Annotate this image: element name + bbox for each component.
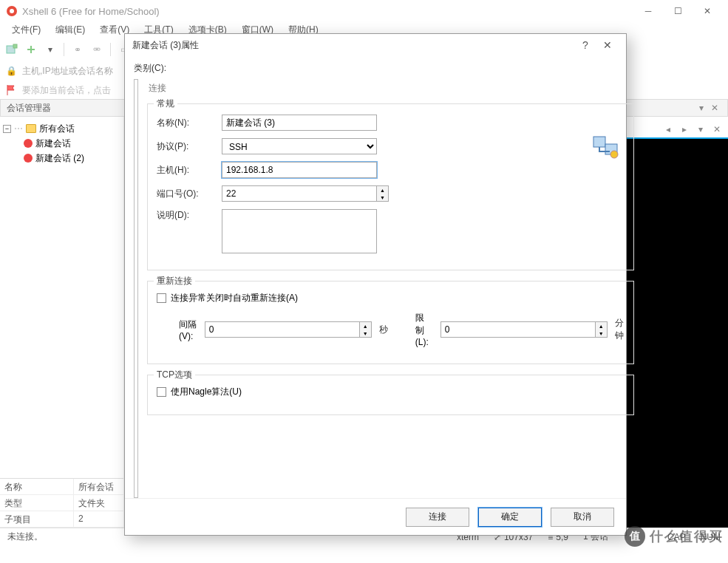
- tab-close-icon[interactable]: ✕: [709, 121, 725, 137]
- spin-down-icon[interactable]: ▼: [377, 194, 388, 201]
- connect-button[interactable]: 连接: [406, 508, 469, 527]
- expand-icon[interactable]: -: [137, 441, 138, 449]
- category-node[interactable]: -⋯终端: [136, 275, 137, 290]
- expand-icon[interactable]: -: [137, 338, 138, 346]
- category-node[interactable]: ⋯窗口: [136, 349, 138, 364]
- limit-stepper[interactable]: ▲▼: [440, 321, 608, 338]
- form-area: 连接 常规 名称(N): 协议(P): SSH 主机(H):: [147, 79, 634, 498]
- watermark-text: 什么值得买: [650, 528, 724, 545]
- close-button[interactable]: ✕: [693, 0, 722, 22]
- tab-next-icon[interactable]: ▸: [676, 121, 693, 137]
- category-node[interactable]: ⋯日志记录: [136, 423, 138, 437]
- category-node[interactable]: -⋯连接: [136, 83, 137, 98]
- category-node[interactable]: ⋯X/YMODEM: [136, 452, 138, 467]
- status-connection: 未连接。: [7, 530, 43, 543]
- session-manager-title: 会话管理器: [7, 102, 51, 115]
- address-placeholder[interactable]: 主机,IP地址或会话名称: [22, 65, 113, 78]
- category-node[interactable]: ⋯跟踪: [136, 393, 138, 408]
- fieldset-tcp: TCP选项 使用Nagle算法(U): [147, 375, 634, 415]
- category-node[interactable]: ⋯ZMODEM: [136, 467, 138, 482]
- category-node[interactable]: -⋯高级: [136, 378, 137, 393]
- category-node[interactable]: ⋯隧道: [136, 171, 138, 186]
- window-title: Xshell 6 (Free for Home/School): [22, 6, 633, 17]
- menu-file[interactable]: 文件(F): [4, 22, 48, 38]
- connection-icon: [592, 132, 619, 159]
- bookmark-hint: 要添加当前会话，点击: [22, 84, 111, 97]
- watermark-badge: 值: [625, 526, 645, 547]
- titlebar: Xshell 6 (Free for Home/School) ─ ☐ ✕: [0, 0, 728, 22]
- panel-dropdown-icon[interactable]: ▾: [695, 103, 708, 113]
- nagle-checkbox[interactable]: 使用Nagle算法(U): [157, 386, 242, 398]
- category-node[interactable]: ⋯高级: [136, 319, 138, 334]
- category-node[interactable]: -⋯外观: [136, 334, 137, 349]
- svg-point-1: [10, 9, 14, 13]
- collapse-icon[interactable]: −: [3, 125, 11, 133]
- dialog-help-button[interactable]: ?: [574, 34, 596, 56]
- folder-icon: [26, 124, 36, 133]
- category-node[interactable]: ⋯VT 模式: [136, 304, 138, 319]
- description-input[interactable]: [222, 209, 377, 253]
- expand-icon[interactable]: -: [137, 382, 138, 390]
- category-node[interactable]: ⋯RLOGIN: [136, 216, 138, 231]
- flag-icon: [6, 84, 18, 96]
- category-node[interactable]: ⋯代理: [136, 245, 138, 260]
- session-manager: − ⋯ 所有会话 新建会话 新建会话 (2) 名称所有会话 类型文件夹 子项目2: [0, 117, 124, 528]
- session-item[interactable]: 新建会话 (2): [3, 151, 120, 166]
- expand-icon[interactable]: -: [137, 86, 138, 95]
- protocol-select[interactable]: SSH: [222, 138, 377, 154]
- session-icon: [24, 154, 33, 163]
- spin-up-icon[interactable]: ▲: [377, 186, 388, 194]
- tab-menu-icon[interactable]: ▾: [693, 121, 709, 137]
- category-node[interactable]: ⋯突出: [136, 364, 138, 378]
- category-node[interactable]: -⋯SSH: [136, 142, 138, 157]
- name-input[interactable]: [222, 115, 377, 131]
- unlink-icon[interactable]: ⚮: [89, 42, 104, 57]
- category-node[interactable]: ⋯保持活动状态: [136, 260, 138, 275]
- ok-button[interactable]: 确定: [478, 508, 542, 527]
- host-input[interactable]: [222, 162, 377, 178]
- category-node[interactable]: -⋯文件传输: [136, 437, 137, 452]
- fieldset-reconnect: 重新连接 连接异常关闭时自动重新连接(A) 间隔(V): ▲▼ 秒: [147, 281, 634, 364]
- dialog-title: 新建会话 (3)属性: [132, 39, 574, 52]
- category-node[interactable]: ⋯登录提示符: [136, 112, 138, 127]
- category-tree[interactable]: -⋯连接-⋯用户身份验证⋯登录提示符⋯登录脚本-⋯SSH⋯安全性⋯隧道⋯SFTP…: [134, 79, 138, 498]
- new-session-icon[interactable]: [4, 42, 19, 57]
- auto-reconnect-checkbox[interactable]: 连接异常关闭时自动重新连接(A): [157, 292, 298, 304]
- dialog-buttons: 连接 确定 取消: [125, 498, 626, 535]
- svg-rect-3: [13, 44, 17, 48]
- fieldset-general: 常规 名称(N): 协议(P): SSH 主机(H):: [147, 103, 634, 270]
- tab-prev-icon[interactable]: ◂: [660, 121, 676, 137]
- cancel-button[interactable]: 取消: [551, 508, 614, 527]
- category-node[interactable]: ⋯键盘: [136, 290, 138, 304]
- session-properties: 名称所有会话 类型文件夹 子项目2: [0, 478, 123, 528]
- session-root[interactable]: − ⋯ 所有会话: [3, 121, 120, 136]
- link-icon[interactable]: ⚭: [70, 42, 85, 57]
- session-item[interactable]: 新建会话: [3, 136, 120, 151]
- session-tree: − ⋯ 所有会话 新建会话 新建会话 (2): [0, 117, 123, 478]
- category-label: 类别(C):: [134, 62, 617, 75]
- category-node[interactable]: ⋯安全性: [136, 157, 138, 171]
- category-node[interactable]: -⋯用户身份验证: [136, 98, 138, 112]
- app-icon: [6, 5, 18, 17]
- dialog-close-button[interactable]: ✕: [596, 34, 619, 56]
- panel-close-icon[interactable]: ✕: [708, 103, 721, 113]
- category-node[interactable]: ⋯登录脚本: [136, 127, 138, 142]
- watermark: 值 什么值得买: [625, 526, 724, 547]
- category-node[interactable]: ⋯响铃: [136, 408, 138, 423]
- session-properties-dialog: 新建会话 (3)属性 ? ✕ 类别(C): -⋯连接-⋯用户身份验证⋯登录提示符…: [124, 33, 627, 536]
- lock-icon: 🔒: [6, 66, 16, 76]
- interval-stepper[interactable]: ▲▼: [205, 321, 372, 338]
- maximize-button[interactable]: ☐: [663, 0, 693, 22]
- minimize-button[interactable]: ─: [633, 0, 663, 22]
- svg-point-6: [610, 151, 618, 158]
- category-node[interactable]: ⋯TELNET: [136, 201, 138, 216]
- port-stepper[interactable]: ▲▼: [222, 185, 389, 202]
- section-heading: 连接: [147, 79, 634, 103]
- add-icon[interactable]: [24, 42, 38, 57]
- dropdown-arrow-icon[interactable]: ▾: [43, 42, 58, 57]
- category-node[interactable]: ⋯SFTP: [136, 186, 138, 201]
- session-icon: [24, 139, 33, 148]
- category-node[interactable]: ⋯SERIAL: [136, 231, 138, 245]
- menu-edit[interactable]: 编辑(E): [48, 22, 92, 38]
- expand-icon[interactable]: -: [137, 279, 138, 287]
